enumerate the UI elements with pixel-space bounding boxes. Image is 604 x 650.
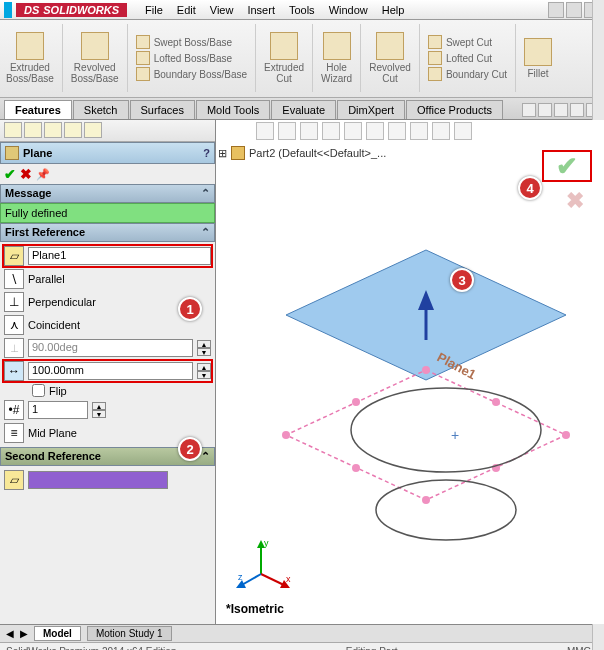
feature-tree-icon[interactable] bbox=[4, 122, 22, 138]
distance-spinner[interactable]: ▲▼ bbox=[197, 363, 211, 379]
plane-handle[interactable] bbox=[492, 398, 500, 406]
tab-sketch[interactable]: Sketch bbox=[73, 100, 129, 119]
collapse-icon: ⌃ bbox=[201, 226, 210, 239]
distance-field[interactable]: 100.00mm bbox=[28, 362, 193, 380]
plane-handle[interactable] bbox=[562, 431, 570, 439]
nav-prev-icon[interactable]: ◀ bbox=[6, 628, 14, 639]
zoom-fit-icon[interactable] bbox=[256, 122, 274, 140]
perpendicular-label: Perpendicular bbox=[28, 296, 96, 308]
minimize-icon[interactable] bbox=[538, 103, 552, 117]
tab-surfaces[interactable]: Surfaces bbox=[130, 100, 195, 119]
parallel-option[interactable]: ∖Parallel bbox=[4, 269, 211, 289]
lofted-cut-button[interactable]: Lofted Cut bbox=[428, 51, 507, 65]
callout-1: 1 bbox=[178, 297, 202, 321]
lofted-boss-button[interactable]: Lofted Boss/Base bbox=[136, 51, 247, 65]
view-orientation-icon[interactable] bbox=[344, 122, 362, 140]
doc-icon[interactable] bbox=[522, 103, 536, 117]
coincident-option[interactable]: ⋏Coincident bbox=[4, 315, 211, 335]
plane-handle[interactable] bbox=[422, 366, 430, 374]
cancel-button[interactable]: ✖ bbox=[20, 166, 32, 182]
instances-spinner[interactable]: ▲▼ bbox=[92, 402, 106, 418]
angle-spinner[interactable]: ▲▼ bbox=[197, 340, 211, 356]
tab-dimxpert[interactable]: DimXpert bbox=[337, 100, 405, 119]
extruded-boss-button[interactable]: Extruded Boss/Base bbox=[6, 24, 63, 92]
swept-boss-button[interactable]: Swept Boss/Base bbox=[136, 35, 247, 49]
plane-handle[interactable] bbox=[422, 496, 430, 504]
message-header[interactable]: Message ⌃ bbox=[0, 184, 215, 203]
boundary-boss-button[interactable]: Boundary Boss/Base bbox=[136, 67, 247, 81]
extruded-boss-icon bbox=[16, 32, 44, 60]
menu-window[interactable]: Window bbox=[323, 2, 374, 18]
sketch-ellipse-bottom bbox=[376, 480, 516, 540]
instances-field[interactable]: 1 bbox=[28, 401, 88, 419]
edit-appearance-icon[interactable] bbox=[410, 122, 428, 140]
tab-features[interactable]: Features bbox=[4, 100, 72, 119]
model-scene: + Plane1 bbox=[256, 230, 596, 570]
reference-plane-icon[interactable]: ▱ bbox=[4, 246, 24, 266]
swept-cut-button[interactable]: Swept Cut bbox=[428, 35, 507, 49]
property-manager-icon[interactable] bbox=[24, 122, 42, 138]
distance-row: ↔ 100.00mm ▲▼ bbox=[4, 361, 211, 381]
reference-selection-field[interactable]: Plane1 bbox=[28, 247, 211, 265]
view-triad[interactable]: y x z bbox=[236, 534, 296, 594]
first-reference-label: First Reference bbox=[5, 226, 85, 239]
flip-checkbox[interactable] bbox=[32, 384, 45, 397]
revolved-cut-icon bbox=[376, 32, 404, 60]
hide-show-icon[interactable] bbox=[388, 122, 406, 140]
zoom-area-icon[interactable] bbox=[278, 122, 296, 140]
apply-scene-icon[interactable] bbox=[432, 122, 450, 140]
plane-handle[interactable] bbox=[352, 464, 360, 472]
menu-help[interactable]: Help bbox=[376, 2, 411, 18]
section-view-icon[interactable] bbox=[322, 122, 340, 140]
z-axis-label: z bbox=[238, 572, 243, 582]
nav-next-icon[interactable]: ▶ bbox=[20, 628, 28, 639]
first-reference-header[interactable]: First Reference ⌃ bbox=[0, 223, 215, 242]
second-ref-field[interactable] bbox=[28, 471, 168, 489]
angle-field[interactable]: 90.00deg bbox=[28, 339, 193, 357]
expand-icon[interactable]: ⊞ bbox=[218, 147, 227, 160]
plane-handle[interactable] bbox=[352, 398, 360, 406]
dropdown-icon[interactable] bbox=[566, 2, 582, 18]
revolved-boss-button[interactable]: Revolved Boss/Base bbox=[71, 24, 128, 92]
restore-icon[interactable] bbox=[554, 103, 568, 117]
tab-model[interactable]: Model bbox=[34, 626, 81, 641]
menu-view[interactable]: View bbox=[204, 2, 240, 18]
plane-handle[interactable] bbox=[282, 431, 290, 439]
graphics-viewport[interactable]: ⊞ Part2 (Default<<Default>_... ✔ ✖ bbox=[216, 120, 604, 624]
hole-wizard-button[interactable]: Hole Wizard bbox=[321, 24, 361, 92]
dimxpert-manager-icon[interactable] bbox=[64, 122, 82, 138]
help-icon[interactable]: ? bbox=[203, 147, 210, 159]
confirm-ok-icon[interactable]: ✔ bbox=[556, 151, 578, 182]
extruded-cut-button[interactable]: Extruded Cut bbox=[264, 24, 313, 92]
pushpin-icon[interactable]: 📌 bbox=[36, 168, 50, 181]
menu-tools[interactable]: Tools bbox=[283, 2, 321, 18]
menu-edit[interactable]: Edit bbox=[171, 2, 202, 18]
search-icon[interactable] bbox=[548, 2, 564, 18]
lofted-cut-label: Lofted Cut bbox=[446, 53, 492, 64]
confirm-cancel-icon[interactable]: ✖ bbox=[566, 188, 584, 214]
flyout-tree[interactable]: ⊞ Part2 (Default<<Default>_... bbox=[218, 146, 386, 160]
menu-insert[interactable]: Insert bbox=[241, 2, 281, 18]
boundary-cut-button[interactable]: Boundary Cut bbox=[428, 67, 507, 81]
config-manager-icon[interactable] bbox=[44, 122, 62, 138]
midplane-option[interactable]: ≡Mid Plane bbox=[4, 423, 211, 443]
second-ref-icon[interactable]: ▱ bbox=[4, 470, 24, 490]
revolved-cut-button[interactable]: Revolved Cut bbox=[369, 24, 420, 92]
display-manager-icon[interactable] bbox=[84, 122, 102, 138]
maximize-icon[interactable] bbox=[570, 103, 584, 117]
swept-cut-icon bbox=[428, 35, 442, 49]
tab-office-products[interactable]: Office Products bbox=[406, 100, 503, 119]
previous-view-icon[interactable] bbox=[300, 122, 318, 140]
tab-mold-tools[interactable]: Mold Tools bbox=[196, 100, 270, 119]
midplane-icon: ≡ bbox=[4, 423, 24, 443]
boundary-boss-icon bbox=[136, 67, 150, 81]
menu-file[interactable]: File bbox=[139, 2, 169, 18]
boundary-cut-label: Boundary Cut bbox=[446, 69, 507, 80]
display-style-icon[interactable] bbox=[366, 122, 384, 140]
view-settings-icon[interactable] bbox=[454, 122, 472, 140]
instances-row: •# 1 ▲▼ bbox=[4, 400, 211, 420]
tab-motion-study[interactable]: Motion Study 1 bbox=[87, 626, 172, 641]
fillet-button[interactable]: Fillet bbox=[524, 24, 560, 92]
ok-button[interactable]: ✔ bbox=[4, 166, 16, 182]
tab-evaluate[interactable]: Evaluate bbox=[271, 100, 336, 119]
